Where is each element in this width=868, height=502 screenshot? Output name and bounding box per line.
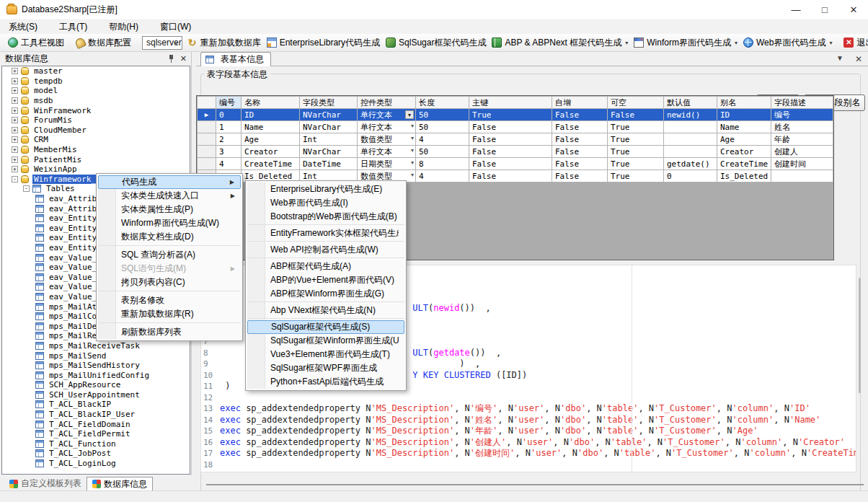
cell-primary-key[interactable]: False <box>469 133 552 146</box>
tree-expander-icon[interactable]: + <box>12 166 18 172</box>
dropdown-arrow-icon[interactable]: ▾ <box>411 172 414 178</box>
cell-nullable[interactable]: False <box>608 109 664 121</box>
cell-control-type[interactable]: 单行文本▾ <box>358 146 416 158</box>
submenu-item[interactable]: Abp VNext框架代码生成(N) <box>247 304 404 319</box>
cell-control-type[interactable]: 日期类型▾ <box>358 158 416 170</box>
tree-item-table[interactable]: mps_MailSend <box>2 351 190 361</box>
tree-item-database[interactable]: + model <box>2 86 190 96</box>
menubar-item[interactable]: 帮助(H) <box>109 21 149 33</box>
dropdown-arrow-icon[interactable]: ▾ <box>411 135 414 141</box>
cell-primary-key[interactable]: False <box>469 146 552 158</box>
dropdown-arrow-icon[interactable]: ▾ <box>411 159 414 166</box>
tree-expander-icon[interactable]: + <box>12 127 18 133</box>
cell-no[interactable]: 3 <box>216 146 242 158</box>
table-row[interactable]: 4 CreateTime DateTime 日期类型▾ 8 False Fals… <box>198 158 833 170</box>
winform-codegen-button[interactable]: Winform界面代码生成 ▾ <box>631 35 740 50</box>
maximize-button[interactable]: □ <box>810 0 839 20</box>
tree-item-table[interactable]: T_ACL_BlackIP_User <box>2 410 190 420</box>
submenu-item[interactable]: EntityFramework实体框架代码生成(F) <box>247 226 404 242</box>
pin-icon[interactable] <box>168 55 174 63</box>
row-selector-cell[interactable]: ▶ <box>198 109 216 121</box>
cell-nullable[interactable]: True <box>608 158 664 170</box>
table-row[interactable]: 2 Age Int 数值类型▾ 4 False False True Age 年… <box>198 133 833 146</box>
tree-item-table[interactable]: mps_MailUnifiedConfig <box>2 370 190 380</box>
cell-field-type[interactable]: DateTime <box>300 158 358 170</box>
cell-length[interactable]: 4 <box>416 133 469 146</box>
context-menu-item[interactable]: Winform界面代码生成(W) <box>98 216 241 230</box>
left-bottom-tab[interactable]: 数据库信息 <box>87 477 153 490</box>
context-menu-item[interactable]: 实体类属性生成(P) <box>98 203 241 216</box>
column-header[interactable]: 默认值 <box>664 97 717 109</box>
cell-name[interactable]: Age <box>242 133 300 146</box>
context-menu-item[interactable]: 拷贝列表内容(C) <box>98 276 241 291</box>
table-row[interactable]: 3 Creator NVarChar 单行文本▾ 50 False False … <box>198 146 833 158</box>
cell-name[interactable]: Name <box>242 121 300 133</box>
menubar-item[interactable]: 系统(S) <box>9 21 48 33</box>
cell-alias[interactable]: Name <box>717 121 771 133</box>
submenu-item[interactable]: ABP框架Winform界面生成(G) <box>247 287 404 302</box>
cell-no[interactable]: 2 <box>216 133 242 146</box>
cell-length[interactable]: 8 <box>416 158 469 170</box>
cell-default[interactable]: 0 <box>664 170 717 182</box>
tree-expander-icon[interactable]: + <box>12 117 18 123</box>
cell-identity[interactable]: False <box>552 170 608 182</box>
cell-default[interactable]: getdate() <box>664 158 717 170</box>
row-selector-cell[interactable] <box>198 146 216 158</box>
cell-length[interactable]: 50 <box>416 109 469 121</box>
dropdown-arrow-icon[interactable]: ▾ <box>829 40 832 46</box>
row-selector-cell[interactable] <box>198 158 216 170</box>
sqlsugar-codegen-button[interactable]: SqlSugar框架代码生成 <box>383 35 489 50</box>
tab-list-dropdown-icon[interactable]: ▼ <box>836 54 843 64</box>
submenu-item[interactable]: Python+FastApi后端代码生成 <box>247 375 404 389</box>
cell-default[interactable] <box>664 146 717 158</box>
cell-description[interactable]: 创建时间 <box>771 158 833 170</box>
tree-item-table[interactable]: T_ACL_FieldDomain <box>2 419 190 429</box>
submenu-item[interactable]: EnterpriseLibrary代码生成(E) <box>247 182 404 196</box>
tree-expander-icon[interactable]: + <box>12 107 18 114</box>
context-menu-item[interactable]: SQL 查询分析器(A) <box>98 248 241 262</box>
tree-item-database[interactable]: + MemberMis <box>2 145 190 155</box>
cell-nullable[interactable]: True <box>608 121 664 133</box>
tree-item-table[interactable]: SCH_AppResource <box>2 380 190 390</box>
submenu-item[interactable]: ABP框架代码生成(A) <box>247 260 404 273</box>
tree-item-table[interactable]: SCH_UserAppointment <box>2 390 190 400</box>
column-header[interactable]: 别名 <box>717 97 771 109</box>
database-type-combobox[interactable]: sqlserver ∨ <box>142 36 182 50</box>
cell-identity[interactable]: False <box>552 133 608 146</box>
cell-alias[interactable]: Is_Deleted <box>717 170 771 182</box>
cell-default[interactable] <box>664 133 717 146</box>
cell-alias[interactable]: Creator <box>717 146 771 158</box>
cell-primary-key[interactable]: False <box>469 121 552 133</box>
column-header[interactable]: 名称 <box>242 97 300 109</box>
abp-codegen-button[interactable]: ABP & ABPNext 框架代码生成 ▾ <box>489 35 631 50</box>
tree-expander-icon[interactable]: - <box>23 185 30 192</box>
vertical-scrollbar[interactable] <box>859 278 861 393</box>
tree-item-table[interactable]: T_ACL_LoginLog <box>2 459 190 469</box>
dropdown-arrow-icon[interactable]: ▾ <box>411 147 414 154</box>
tab-close-icon[interactable]: ✕ <box>855 54 862 64</box>
context-menu-item[interactable]: 表别名修改 <box>98 294 241 307</box>
horizontal-scrollbar[interactable] <box>206 484 864 485</box>
tree-item-table[interactable]: mps_MailSendHistory <box>2 361 190 371</box>
field-grid[interactable]: 编号名称字段类型控件类型长度主键自增可空默认值别名字段描述 ▶ 0 ID NVa… <box>197 96 833 182</box>
cell-control-type[interactable]: 单行文本▾ <box>358 109 416 121</box>
tree-item-table[interactable]: T_ACL_BlackIP <box>2 400 190 410</box>
submenu-item[interactable]: SqlSugar框架Winform界面生成(U) <box>247 334 404 348</box>
tree-item-database[interactable]: + CRM <box>2 135 190 145</box>
cell-no[interactable]: 4 <box>216 158 242 170</box>
cell-identity[interactable]: False <box>552 146 608 158</box>
tree-expander-icon[interactable]: + <box>12 97 18 104</box>
toolbar-view-button[interactable]: 工具栏视图 <box>5 35 67 50</box>
menubar-item[interactable]: 工具(T) <box>59 21 97 33</box>
context-menu-item[interactable]: 实体类生成快速入口 ▶ <box>98 189 241 203</box>
context-menu-item[interactable]: SQL语句生成(M) ▶ <box>98 262 241 276</box>
table-row[interactable]: ▶ 0 ID NVarChar 单行文本▾ 50 True False Fals… <box>198 109 833 121</box>
menubar-item[interactable]: 窗口(W) <box>160 21 201 33</box>
cell-description[interactable]: 创建人 <box>771 146 833 158</box>
dropdown-arrow-icon[interactable]: ▾ <box>625 40 628 46</box>
column-header[interactable]: 字段描述 <box>771 97 833 109</box>
tree-item-table[interactable]: T_ACL_JobPost <box>2 449 190 459</box>
cell-length[interactable]: 50 <box>416 146 469 158</box>
cell-primary-key[interactable]: True <box>469 109 552 121</box>
row-selector-cell[interactable] <box>198 121 216 133</box>
